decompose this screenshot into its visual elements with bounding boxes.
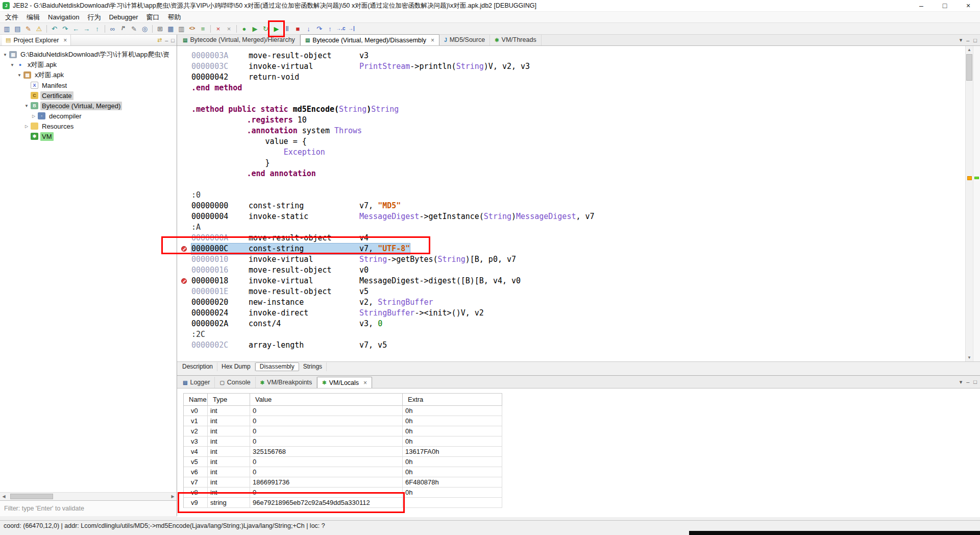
tree-item-manifest[interactable]: XManifest [0, 80, 177, 90]
locals-row-v0[interactable]: v0int00h [184, 406, 502, 416]
view-menu-icon[interactable]: ▾ [960, 37, 963, 43]
toolbar-icon-debugger-pause[interactable]: || [282, 23, 292, 34]
code-line[interactable]: 00000016move-result-objectv0 [177, 265, 965, 276]
column-header-extra[interactable]: Extra [403, 394, 502, 405]
locals-row-v4[interactable]: v4int32515676813617FA0h [184, 447, 502, 457]
locals-row-v9[interactable]: v9string96e79218965eb72c92a549dd5a330112 [184, 498, 502, 508]
gutter[interactable] [177, 286, 191, 297]
toolbar-icon-step-over[interactable]: ↷ [314, 23, 325, 34]
menu-item-1[interactable]: 编辑 [22, 12, 44, 23]
menu-item-3[interactable]: 行为 [83, 12, 105, 23]
tree-item-resources[interactable]: ▷Resources [0, 121, 177, 131]
tree-expander-icon[interactable]: ▷ [31, 114, 37, 118]
column-header-name[interactable]: Name [184, 394, 208, 405]
column-header-type[interactable]: Type [208, 394, 250, 405]
tree-expander-icon[interactable]: ▼ [2, 53, 8, 57]
gutter[interactable] [177, 115, 191, 126]
close-tab-icon[interactable]: × [363, 379, 367, 386]
gutter[interactable] [177, 297, 191, 308]
locals-row-v8[interactable]: v8int00h [184, 488, 502, 498]
code-line[interactable]: 00000042return-void [177, 72, 965, 83]
menu-item-2[interactable]: Navigation [44, 12, 83, 22]
code-line[interactable]: 0000000Amove-result-objectv4 [177, 233, 965, 244]
gutter[interactable] [177, 265, 191, 276]
tree-expander-icon[interactable]: ▼ [9, 63, 15, 67]
maximize-view-icon[interactable]: □ [171, 37, 175, 43]
toolbar-icon-debugger-continue[interactable]: ▶ [271, 23, 282, 34]
gutter[interactable] [177, 136, 191, 147]
tab-bytecode-virtual-merged-disassembly[interactable]: ▤Bytecode (Virtual, Merged)/Disassembly× [300, 34, 439, 45]
gutter[interactable] [177, 61, 191, 72]
toolbar-icon-nav-forward[interactable]: → [81, 23, 92, 34]
menu-item-6[interactable]: 帮助 [164, 12, 185, 23]
scroll-down-icon[interactable]: ▼ [966, 354, 973, 361]
gutter[interactable] [177, 51, 191, 61]
close-tab-icon[interactable]: × [63, 37, 67, 44]
tab-console[interactable]: ▢Console [215, 377, 255, 388]
minimize-view-icon[interactable]: – [966, 379, 969, 385]
view-menu-icon[interactable]: ▾ [960, 379, 963, 385]
toolbar-icon-xml-view[interactable]: <> [187, 23, 198, 34]
code-line[interactable]: } [177, 158, 965, 168]
code-line[interactable]: 00000020new-instancev2, StringBuffer [177, 297, 965, 308]
tree-item-g-baidunetdiskdownload-app[interactable]: ▼▤G:\BaiduNetdiskDownload\学习\计算机\app爬虫\资 [0, 50, 177, 60]
toolbar-icon-jump-forward[interactable]: ↷ [60, 23, 70, 34]
toolbar-icon-table-view[interactable]: ⊞ [155, 23, 165, 34]
toolbar-icon-nav-back[interactable]: ← [70, 23, 81, 34]
toolbar-icon-step-out[interactable]: ↑ [325, 23, 335, 34]
toolbar-icon-jump-back[interactable]: ↶ [49, 23, 60, 34]
code-line[interactable]: .end annotation [177, 168, 965, 179]
code-line[interactable]: .method public static md5Encode(String)S… [177, 104, 965, 115]
scroll-up-icon[interactable]: ▲ [966, 46, 973, 54]
code-line[interactable]: :A [177, 222, 965, 233]
locals-row-v7[interactable]: v7int18669917366F480878h [184, 477, 502, 488]
tree-item-decompiler[interactable]: ▷◦decompiler [0, 111, 177, 121]
code-line[interactable]: 00000024invoke-directStringBuffer-><init… [177, 308, 965, 319]
tab-md5-source[interactable]: JMD5/Source [439, 34, 490, 45]
code-line[interactable]: value = { [177, 136, 965, 147]
tab-logger[interactable]: ▤Logger [178, 377, 215, 388]
toolbar-icon-run-to-line[interactable]: →.c [335, 23, 346, 34]
gutter[interactable] [177, 104, 191, 115]
toolbar-icon-delete[interactable]: × [213, 23, 224, 34]
toolbar-icon-follow-reference[interactable]: ∞ [107, 23, 118, 34]
breakpoint-icon[interactable] [181, 278, 187, 284]
breakpoint-icon[interactable] [181, 246, 187, 252]
tab-project-explorer[interactable]: ▤ Project Explorer × [2, 35, 71, 45]
toolbar-icon-debugger-bug[interactable]: ● [239, 23, 250, 34]
locals-row-v5[interactable]: v5int00h [184, 457, 502, 467]
gutter[interactable] [177, 233, 191, 244]
tree-item-bytecode-virtual-merged[interactable]: ▼BBytecode (Virtual, Merged) [0, 101, 177, 111]
code-line[interactable]: 00000000const-stringv7, "MD5" [177, 201, 965, 211]
close-button[interactable]: × [957, 0, 980, 11]
locals-row-v3[interactable]: v3int00h [184, 436, 502, 447]
tree-expander-icon[interactable]: ▼ [23, 104, 30, 108]
code-line[interactable] [177, 179, 965, 190]
locals-row-v1[interactable]: v1int00h [184, 416, 502, 426]
toolbar-icon-debugger-restart[interactable]: ↻ [260, 23, 271, 34]
gutter[interactable] [177, 190, 191, 201]
editor-vertical-scrollbar[interactable]: ▲ ▼ [965, 46, 973, 361]
toolbar-icon-bars-view[interactable]: ▥ [176, 23, 187, 34]
toolbar-icon-debugger-attach[interactable]: ▶ [250, 23, 260, 34]
gutter[interactable] [177, 329, 191, 340]
gutter[interactable] [177, 254, 191, 265]
toolbar-icon-comment[interactable]: /* [118, 23, 129, 34]
menu-item-0[interactable]: 文件 [1, 12, 22, 23]
breakpoint-gutter[interactable] [177, 244, 191, 254]
toolbar-icon-debugger-stop[interactable]: ■ [292, 23, 303, 34]
toolbar-icon-find[interactable]: ◎ [139, 23, 150, 34]
gutter[interactable] [177, 147, 191, 158]
minimize-view-icon[interactable]: – [966, 37, 969, 43]
gutter[interactable] [177, 72, 191, 83]
scroll-left-icon[interactable]: ◀ [0, 494, 8, 499]
maximize-button[interactable]: □ [933, 0, 957, 11]
toolbar-icon-step-into[interactable]: ↓ [303, 23, 314, 34]
gutter[interactable] [177, 340, 191, 351]
code-line[interactable]: 0000003Cinvoke-virtualPrintStream->print… [177, 61, 965, 72]
close-tab-icon[interactable]: × [431, 37, 434, 44]
menu-item-4[interactable]: Debugger [105, 12, 142, 22]
gutter[interactable] [177, 211, 191, 222]
toolbar-icon-format-brush[interactable]: ✎ [23, 23, 34, 34]
tree-item-x-apk[interactable]: ▼▤x对面.apk [0, 70, 177, 80]
